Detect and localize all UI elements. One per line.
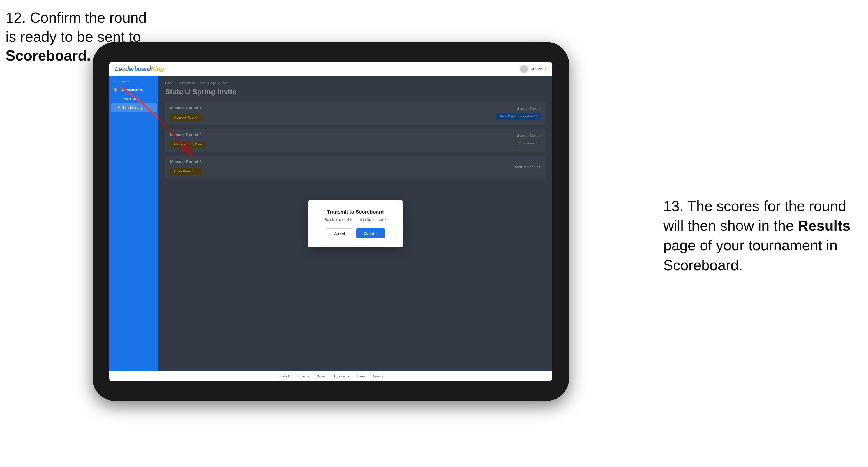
modal-buttons: Cancel Confirm xyxy=(318,228,393,238)
footer-link-pricing[interactable]: Pricing xyxy=(317,374,327,378)
footer-link-privacy[interactable]: Privacy xyxy=(373,374,383,378)
modal-overlay: Transmit to Scoreboard Ready to send thi… xyxy=(158,76,552,371)
plus-icon: + xyxy=(117,97,119,101)
sidebar: MAIN MENU 🏆 Tournaments + Create New ✎ E… xyxy=(109,76,158,371)
annotation-top: 12. Confirm the round is ready to be sen… xyxy=(6,8,147,65)
modal-box: Transmit to Scoreboard Ready to send thi… xyxy=(308,200,403,247)
sidebar-item-create-new[interactable]: + Create New xyxy=(109,95,158,103)
edit-existing-label: Edit Existing xyxy=(122,106,143,110)
sidebar-item-tournaments[interactable]: 🏆 Tournaments xyxy=(109,85,158,95)
top-navbar: LeaderboardKing ➔ Sign In xyxy=(109,62,552,76)
avatar xyxy=(520,65,528,73)
logo: LeaderboardKing xyxy=(115,65,164,72)
footer-link-resources[interactable]: Resources xyxy=(334,374,349,378)
page-footer: Product Features Pricing Resources Terms… xyxy=(109,371,552,381)
trophy-icon: 🏆 xyxy=(113,88,118,92)
footer-link-terms[interactable]: Terms xyxy=(357,374,365,378)
content-area: Home › Tournaments › State U Spring Invi… xyxy=(158,76,552,371)
signin-label: Sign In xyxy=(535,67,547,71)
annotation-line1: 12. Confirm the round xyxy=(6,9,147,26)
sidebar-menu-label: MAIN MENU xyxy=(109,80,158,85)
create-new-label: Create New xyxy=(121,97,139,101)
modal-confirm-button[interactable]: Confirm xyxy=(356,228,385,238)
nav-right: ➔ Sign In xyxy=(520,65,547,73)
modal-cancel-button[interactable]: Cancel xyxy=(326,228,352,238)
main-area: MAIN MENU 🏆 Tournaments + Create New ✎ E… xyxy=(109,76,552,371)
logo-area: LeaderboardKing xyxy=(115,65,164,72)
annotation-line2: is ready to be sent to xyxy=(6,29,141,45)
modal-subtitle: Ready to send this round to Scoreboard? xyxy=(318,218,393,222)
tablet-shell: LeaderboardKing ➔ Sign In MAIN MENU 🏆 To… xyxy=(93,42,569,401)
tablet-screen: LeaderboardKing ➔ Sign In MAIN MENU 🏆 To… xyxy=(109,62,552,381)
annotation-bold: Scoreboard. xyxy=(6,48,91,64)
annotation-right-bold: Results xyxy=(798,218,850,234)
footer-link-product[interactable]: Product xyxy=(278,374,289,378)
footer-link-features[interactable]: Features xyxy=(297,374,309,378)
modal-title: Transmit to Scoreboard xyxy=(318,209,393,215)
annotation-right-suffix: page of your tournament in Scoreboard. xyxy=(663,237,838,273)
annotation-right: 13. The scores for the round will then s… xyxy=(663,196,860,275)
signin-button[interactable]: ➔ Sign In xyxy=(531,67,547,71)
sidebar-item-edit-existing[interactable]: ✎ Edit Existing xyxy=(111,103,157,112)
edit-icon: ✎ xyxy=(117,106,120,110)
tournaments-label: Tournaments xyxy=(120,88,143,92)
